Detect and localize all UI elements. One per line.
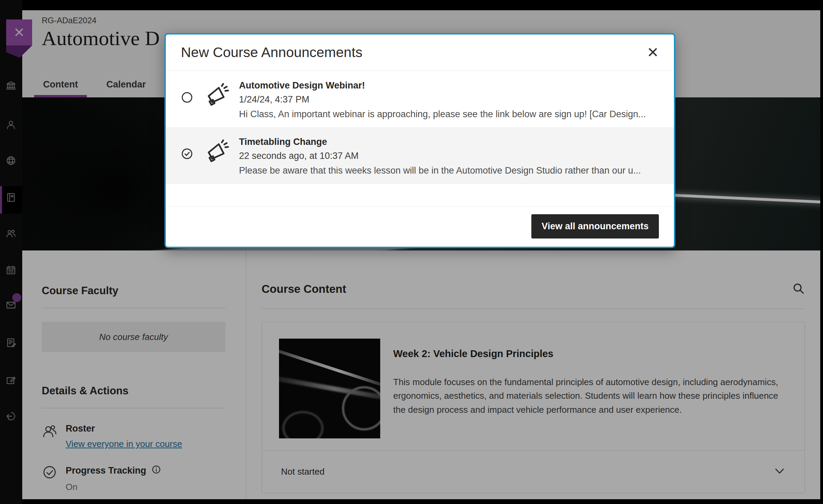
announcement-snippet: Please be aware that this weeks lesson w… (239, 165, 641, 176)
announcement-snippet: Hi Class, An important webinar is approa… (239, 109, 646, 120)
view-all-announcements-button[interactable]: View all announcements (531, 214, 659, 239)
announcement-timestamp: 22 seconds ago, at 10:37 AM (239, 151, 641, 161)
read-check-circle-icon (181, 148, 193, 176)
unread-circle-icon (181, 91, 193, 120)
megaphone-icon (202, 82, 230, 120)
announcement-title: Automotive Design Webinar! (239, 80, 646, 91)
announcement-item[interactable]: Timetabling Change 22 seconds ago, at 10… (166, 127, 674, 184)
modal-close-icon[interactable]: ✕ (647, 45, 659, 60)
announcement-title: Timetabling Change (239, 137, 641, 147)
announcement-timestamp: 1/24/24, 4:37 PM (239, 94, 646, 105)
announcements-modal: New Course Announcements ✕ Automotive De… (164, 33, 675, 248)
announcement-item[interactable]: Automotive Design Webinar! 1/24/24, 4:37… (166, 71, 674, 127)
modal-title: New Course Announcements (181, 44, 362, 60)
megaphone-icon (202, 138, 230, 176)
